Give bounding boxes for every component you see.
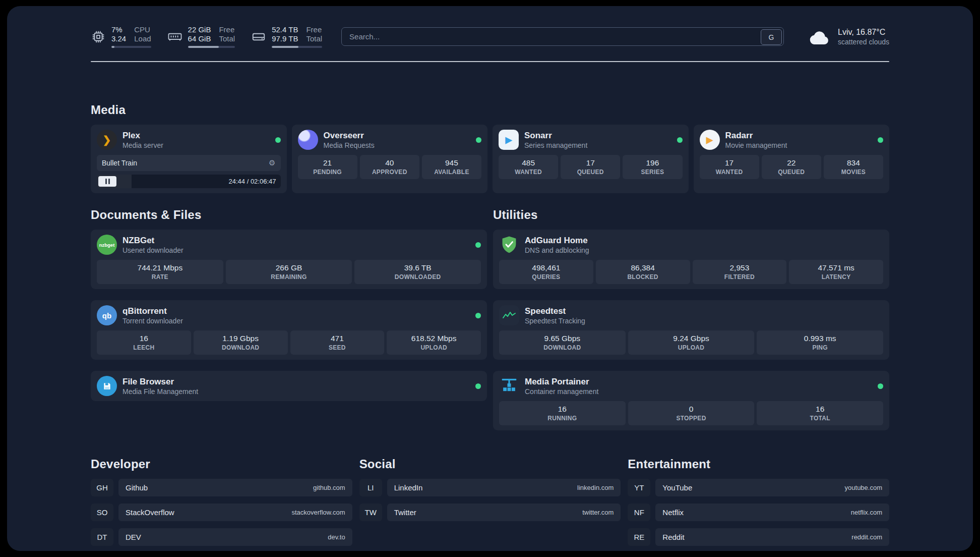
cpu-usage-value: 7% [111,25,126,34]
adguard-icon [499,235,519,255]
top-bar: 7% 3.24 CPU Load [91,25,889,48]
stat-leech: 16 LEECH [97,330,191,355]
stat-blocked: 86,384 BLOCKED [596,260,690,284]
service-name: Overseerr [324,130,375,141]
now-playing-row: Bullet Train ⚙ [97,155,281,171]
stat-wanted: 17 WANTED [700,155,759,179]
section-title-utilities: Utilities [493,207,889,222]
search-input[interactable] [341,27,784,46]
bookmark-abbr: RE [628,528,650,546]
disk-icon [251,29,266,44]
service-card-qbittorrent[interactable]: qb qBittorrent Torrent downloader 16 LEE… [91,300,487,360]
service-card-speedtest[interactable]: Speedtest Speedtest Tracking 9.65 Gbps D… [493,300,889,360]
service-name: NZBGet [122,235,183,246]
service-name: qBittorrent [122,306,183,316]
service-card-nzbget[interactable]: nzbget NZBGet Usenet downloader 744.21 M… [91,230,487,289]
service-desc: DNS and adblocking [525,246,589,255]
header-divider [91,61,889,62]
weather-condition: scattered clouds [838,37,889,46]
bookmark-link-dev[interactable]: DT DEV dev.to [91,528,352,546]
qbittorrent-icon: qb [97,305,117,325]
bookmark-name: YouTube [662,483,692,492]
service-card-filebrowser[interactable]: File Browser Media File Management [91,371,487,401]
playback-time: 24:44 / 02:06:47 [229,178,276,185]
service-card-overseerr[interactable]: Overseerr Media Requests 21 PENDING 40 A… [292,125,488,193]
stat-download: 1.19 Gbps DOWNLOAD [194,330,288,355]
bookmark-domain: stackoverflow.com [291,509,345,516]
search-bar: G [341,27,784,46]
bookmark-domain: youtube.com [845,484,882,491]
service-desc: Usenet downloader [122,246,183,255]
status-indicator [275,137,281,143]
stat-downloaded: 39.6 TB DOWNLOADED [354,260,481,284]
memory-total-label: Total [219,34,235,43]
service-desc: Movie management [725,141,787,150]
stat-available: 945 AVAILABLE [422,155,481,179]
bookmark-domain: netflix.com [851,509,882,516]
cpu-label: CPU [134,25,151,34]
cpu-widget: 7% 3.24 CPU Load [91,25,151,48]
bookmark-domain: dev.to [328,533,345,541]
stat-ping: 0.993 ms PING [757,330,883,355]
service-desc: Torrent downloader [122,316,183,325]
bookmark-name: LinkedIn [394,483,423,492]
bookmark-domain: reddit.com [851,533,882,541]
memory-icon [167,29,182,44]
cloud-icon [807,28,831,45]
bookmark-link-linkedin[interactable]: LI LinkedIn linkedin.com [359,479,621,496]
portainer-icon [499,376,519,396]
plex-icon: ❯ [97,130,117,150]
memory-total-value: 64 GiB [188,34,211,43]
bookmark-group-entertainment: Entertainment YT YouTube youtube.com NF … [628,457,889,546]
stat-running: 16 RUNNING [499,401,626,425]
weather-location: Lviv, 16.87°C [838,27,889,37]
memory-free-value: 22 GiB [188,25,211,34]
stat-queued: 22 QUEUED [762,155,821,179]
section-title-social: Social [359,457,621,472]
now-playing-title: Bullet Train [102,158,137,168]
service-card-plex[interactable]: ❯ Plex Media server Bullet Train ⚙ [91,125,287,193]
stat-rate: 744.21 Mbps RATE [97,260,223,284]
bookmark-domain: linkedin.com [577,484,614,491]
search-engine-button[interactable]: G [761,29,782,45]
media-progress-bar[interactable]: 24:44 / 02:06:47 [97,175,281,188]
status-indicator [475,313,481,318]
bookmark-link-stackoverflow[interactable]: SO StackOverflow stackoverflow.com [91,504,352,521]
pause-button[interactable] [98,176,116,187]
bookmark-abbr: TW [359,504,382,521]
bookmark-link-youtube[interactable]: YT YouTube youtube.com [628,479,889,496]
bookmark-name: Netflix [662,508,684,517]
overseerr-icon [298,130,318,150]
bookmark-link-github[interactable]: GH Github github.com [91,479,352,496]
service-card-portainer[interactable]: Media Portainer Container management 16 … [493,371,889,430]
bookmark-abbr: LI [359,479,382,496]
stat-approved: 40 APPROVED [360,155,419,179]
bookmark-group-developer: Developer GH Github github.com SO StackO… [91,457,352,546]
stat-movies: 834 MOVIES [824,155,883,179]
section-documents: Documents & Files nzbget NZBGet Usenet d… [91,207,487,401]
service-card-sonarr[interactable]: ▶ Sonarr Series management 485 WANTED [493,125,689,193]
cpu-icon [91,29,106,44]
bookmark-abbr: NF [628,504,650,521]
stat-download: 9.65 Gbps DOWNLOAD [499,330,626,355]
weather-widget: Lviv, 16.87°C scattered clouds [807,27,889,46]
bookmark-group-social: Social LI LinkedIn linkedin.com TW Twitt… [359,457,621,546]
stat-total: 16 TOTAL [757,401,883,425]
bookmark-domain: github.com [313,484,345,491]
homepage-dashboard: 7% 3.24 CPU Load [7,6,973,551]
service-card-adguard[interactable]: AdGuard Home DNS and adblocking 498,461 … [493,230,889,289]
service-desc: Series management [524,141,587,150]
bookmark-name: Twitter [394,508,416,517]
status-indicator [476,137,481,143]
stat-series: 196 SERIES [623,155,682,179]
bookmark-link-twitter[interactable]: TW Twitter twitter.com [359,504,621,521]
filebrowser-icon [97,376,117,396]
bookmark-abbr: YT [628,479,650,496]
bookmark-abbr: SO [91,504,113,521]
bookmark-link-netflix[interactable]: NF Netflix netflix.com [628,504,889,521]
section-media: Media ❯ Plex Media server Bullet Train ⚙ [91,102,889,193]
service-card-radarr[interactable]: ▶ Radarr Movie management 17 WANTED [694,125,890,193]
service-name: Speedtest [525,306,585,316]
bookmark-link-reddit[interactable]: RE Reddit reddit.com [628,528,889,546]
gear-icon[interactable]: ⚙ [269,158,275,168]
